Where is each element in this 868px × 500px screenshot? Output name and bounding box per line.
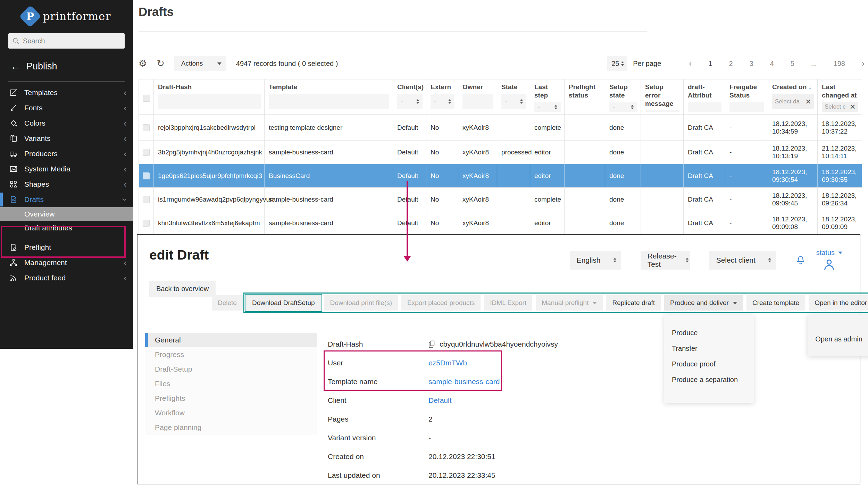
release-select[interactable]: Release-Test — [641, 251, 690, 270]
menu-item-transfer[interactable]: Transfer — [664, 341, 754, 356]
column-header[interactable]: Freigabe Status — [729, 83, 764, 100]
column-header[interactable]: State — [501, 83, 526, 91]
download-print-files-button[interactable]: Download print file(s) — [324, 295, 398, 311]
column-header[interactable]: draft-Attribut — [688, 83, 721, 100]
select-all-checkbox[interactable] — [143, 95, 150, 102]
sidebar-item-variants[interactable]: Variants ‹ — [0, 131, 133, 146]
sidebar-item-templates[interactable]: Templates ‹ — [0, 85, 133, 100]
table-row[interactable]: 3b2pg5jbymhvjnj4h0nzrcgojazhsjnk sample-… — [139, 141, 862, 164]
menu-item-produce-separation[interactable]: Produce a separation — [664, 372, 754, 388]
client-link[interactable]: Default — [428, 396, 452, 405]
column-header[interactable]: Last changed at — [822, 83, 858, 100]
user-avatar-icon[interactable] — [822, 257, 836, 271]
sidebar-item-shapes[interactable]: Shapes ‹ — [0, 177, 133, 192]
refresh-icon[interactable]: ↻ — [157, 58, 165, 69]
sidebar-item-preflight[interactable]: Preflight ‹ — [0, 240, 133, 255]
filter-input-freigabe[interactable] — [729, 102, 764, 112]
column-header[interactable]: Created on ↓ — [772, 83, 814, 91]
page-number-198[interactable]: 198 — [834, 60, 845, 68]
table-row[interactable]: is1rmgumdw96awadq2pvp6qlpyngyvun sample-… — [139, 188, 862, 211]
menu-item-produce-proof[interactable]: Produce proof — [664, 356, 754, 372]
clear-filter-icon[interactable]: ✕ — [805, 98, 811, 106]
back-to-overview-button[interactable]: Back to overview — [149, 281, 216, 297]
idml-export-button[interactable]: IDML Export — [484, 295, 532, 311]
sidebar-subitem-draft-attributes[interactable]: Draft attributes — [0, 221, 133, 235]
filter-input-setup-error[interactable] — [645, 110, 680, 112]
filter-select-clients[interactable]: - — [397, 94, 423, 109]
page-number-1[interactable]: 1 — [708, 60, 712, 68]
column-header[interactable]: Extern — [431, 83, 454, 91]
download-draftsetup-button[interactable]: Download DraftSetup — [246, 295, 321, 311]
manual-preflight-button[interactable]: Manual preflight — [536, 295, 603, 311]
row-checkbox[interactable] — [143, 149, 150, 156]
per-page-select[interactable]: 25 — [607, 56, 627, 71]
column-header[interactable]: Setup state — [609, 83, 637, 100]
filter-select-setup-state[interactable]: - — [609, 102, 637, 112]
bell-icon[interactable] — [795, 255, 806, 266]
column-header[interactable]: Owner — [462, 83, 493, 91]
row-checkbox[interactable] — [143, 124, 150, 131]
filter-select-last-step[interactable]: - — [534, 102, 561, 112]
column-header[interactable]: Last step — [534, 83, 561, 100]
tab-files[interactable]: Files — [145, 376, 317, 391]
sidebar-item-fonts[interactable]: Fonts ‹ — [0, 100, 133, 116]
table-row-selected[interactable]: 1ge0ps621pies5ujur9pfchfpmrkcqi3 Busines… — [139, 164, 862, 188]
table-row[interactable]: khn3nlutwi3fevtlzx8m5xfej6ekapfm sample-… — [139, 211, 862, 235]
publish-back[interactable]: ← Publish — [0, 60, 133, 72]
page-number-5[interactable]: 5 — [791, 60, 794, 68]
page-number-4[interactable]: 4 — [770, 60, 774, 68]
filter-select-extern[interactable]: - — [431, 94, 454, 109]
column-header[interactable]: Setup error message — [645, 83, 680, 108]
search-input[interactable] — [23, 37, 120, 45]
client-select[interactable]: Select client — [709, 251, 776, 270]
tab-page-planning[interactable]: Page planning — [145, 420, 317, 435]
export-placed-products-button[interactable]: Export placed products — [401, 295, 481, 311]
column-header[interactable]: Client(s) — [397, 83, 423, 91]
prev-page-icon[interactable]: ‹ — [689, 59, 692, 68]
page-number-2[interactable]: 2 — [729, 60, 733, 68]
column-header[interactable]: Preflight status — [569, 83, 601, 100]
sidebar-item-system-media[interactable]: System Media ‹ — [0, 161, 133, 177]
row-checkbox[interactable] — [143, 196, 150, 203]
open-in-editor-button[interactable]: Open in the editor — [809, 295, 868, 311]
sidebar-item-management[interactable]: Management ‹ — [0, 255, 133, 270]
filter-input-draft-hash[interactable] — [158, 94, 261, 109]
user-link[interactable]: ez5DmTWb — [428, 359, 467, 367]
filter-select-state[interactable]: - — [501, 94, 526, 109]
sidebar-item-producers[interactable]: Producers ‹ — [0, 146, 133, 161]
tab-general[interactable]: General — [145, 333, 317, 347]
filter-input-draft-attribut[interactable] — [688, 102, 721, 112]
next-page-icon[interactable]: › — [862, 59, 865, 68]
tab-progress[interactable]: Progress — [145, 347, 317, 362]
status-menu[interactable]: status — [816, 249, 842, 271]
sidebar-item-product-feed[interactable]: Product feed ‹ — [0, 270, 133, 286]
menu-item-produce[interactable]: Produce — [664, 325, 754, 341]
row-checkbox[interactable] — [143, 172, 150, 179]
replicate-draft-button[interactable]: Replicate draft — [606, 295, 661, 311]
settings-gear-icon[interactable]: ⚙ — [139, 58, 147, 69]
filter-date-last-changed[interactable]: Select c✕ — [822, 102, 858, 112]
actions-dropdown[interactable]: Actions — [174, 56, 226, 71]
tab-draft-setup[interactable]: Draft-Setup — [145, 362, 317, 376]
filter-input-owner[interactable] — [462, 94, 493, 109]
column-header[interactable]: Draft-Hash — [158, 83, 261, 91]
page-number-3[interactable]: 3 — [750, 60, 753, 68]
filter-date-created-on[interactable]: Select da✕ — [772, 94, 814, 109]
copy-icon[interactable] — [428, 340, 435, 348]
sidebar-search[interactable] — [8, 33, 125, 49]
create-template-button[interactable]: Create template — [746, 295, 805, 311]
delete-button[interactable]: Delete — [212, 295, 243, 311]
tab-preflights[interactable]: Preflights — [145, 391, 317, 406]
produce-and-deliver-button[interactable]: Produce and deliver — [664, 295, 743, 311]
column-header[interactable]: Template — [269, 83, 389, 91]
menu-item-open-as-admin[interactable]: Open as admin — [808, 331, 868, 347]
row-checkbox[interactable] — [143, 220, 150, 227]
sidebar-item-drafts[interactable]: Drafts › — [0, 192, 133, 207]
template-name-link[interactable]: sample-business-card — [428, 378, 500, 386]
sidebar-subitem-overview[interactable]: Overview — [0, 207, 133, 221]
sidebar-item-colors[interactable]: Colors ‹ — [0, 116, 133, 131]
filter-input-template[interactable] — [269, 94, 389, 109]
tab-workflow[interactable]: Workflow — [145, 406, 317, 420]
table-row[interactable]: rejol3ppphxjrq1sakcbedirwsdytrpi testing… — [139, 115, 862, 141]
clear-filter-icon[interactable]: ✕ — [850, 103, 856, 111]
